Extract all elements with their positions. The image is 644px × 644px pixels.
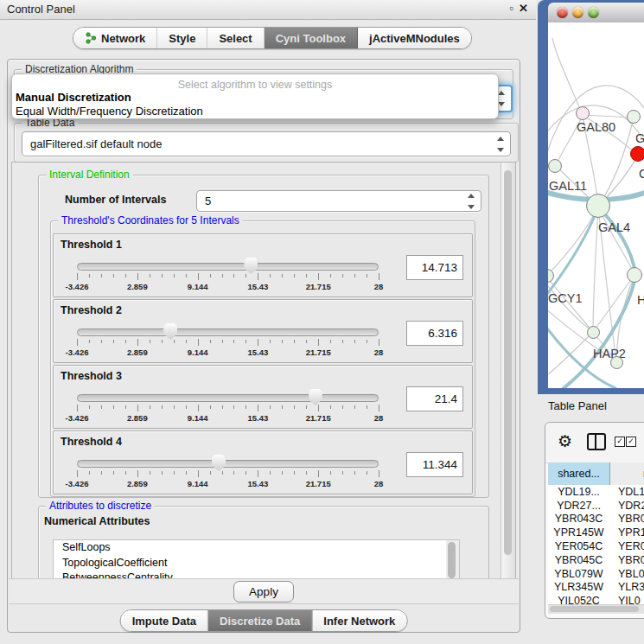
tick-mark [77, 273, 78, 280]
scrollbar-thumb[interactable] [504, 170, 512, 555]
network-node[interactable] [630, 146, 644, 162]
threshold-label: Threshold 3 [61, 370, 122, 382]
slider-track [77, 460, 379, 468]
tick-mark [282, 405, 283, 409]
list-item[interactable]: TopologicalCoefficient [54, 556, 447, 571]
network-node[interactable] [627, 110, 641, 124]
network-node[interactable] [627, 267, 642, 283]
zoom-traffic-light[interactable] [588, 7, 599, 18]
threshold-2-box: Threshold 2 -3.4262.8599.14415.4321.7152… [53, 299, 473, 363]
tick-mark [198, 470, 199, 477]
table-row[interactable]: YER054CYER0 [548, 539, 644, 553]
close-icon[interactable]: ✕ [519, 2, 528, 15]
network-node-label: GCY1 [548, 291, 583, 305]
scrollbar-thumb[interactable] [448, 542, 456, 578]
table-row[interactable]: YLR345WYLR3 [548, 581, 644, 595]
tick-mark [113, 471, 114, 475]
tab-discretize-data[interactable]: Discretize Data [208, 610, 312, 631]
tick-mark [282, 274, 283, 277]
columns-icon[interactable] [587, 433, 606, 450]
tab-jactivemnodules[interactable]: jActiveMNodules [358, 28, 471, 48]
tick-mark [245, 340, 246, 343]
table-row[interactable]: YBR043CYBR0 [548, 513, 644, 526]
network-node[interactable] [587, 326, 600, 339]
table-row[interactable]: YDL19...YDL1 [548, 485, 644, 499]
table-panel: ⚙ ✓ ✓ shared... na YDL19...YDL1 YDR27...… [545, 422, 644, 619]
thresholds-group-title: Threshold's Coordinates for 5 Intervals [58, 214, 243, 226]
threshold-value-field[interactable]: 6.316 [406, 321, 463, 346]
network-node-label: GAL80 [577, 120, 615, 134]
network-node[interactable] [576, 106, 590, 120]
close-traffic-light[interactable] [557, 7, 568, 18]
interval-definition-title: Interval Definition [46, 169, 133, 181]
table-data-combobox[interactable]: galFiltered.sif default node [22, 131, 511, 156]
tick-mark [367, 405, 367, 409]
table-row[interactable]: YIL052CYIL0 [548, 594, 644, 604]
slider-track [77, 263, 379, 271]
tab-style[interactable]: Style [157, 28, 207, 48]
numerical-attributes-list: SelfLoops TopologicalCoefficient Between… [53, 539, 448, 580]
tick-mark [270, 471, 271, 475]
checkbox-icon[interactable]: ✓ [626, 437, 636, 447]
tick-mark [125, 340, 126, 343]
threshold-value-field[interactable]: 21.4 [406, 386, 463, 411]
slider-thumb[interactable] [163, 323, 177, 340]
column-header-shared-name[interactable]: shared... [548, 462, 610, 485]
tick-mark [186, 405, 187, 409]
tick-mark [270, 274, 271, 277]
tick-mark [354, 274, 355, 277]
network-node[interactable] [586, 194, 610, 218]
threshold-value-field[interactable]: 11.344 [406, 452, 463, 477]
table-row[interactable]: YDR27...YDR2 [548, 499, 644, 513]
table-row[interactable]: YBL079WYBL0 [548, 567, 644, 581]
popup-hint: Select algorithm to view settings [12, 79, 498, 91]
threshold-value-field[interactable]: 14.713 [406, 255, 463, 280]
tick-mark [270, 340, 271, 343]
tick-mark [233, 405, 234, 409]
number-of-intervals-spinner[interactable]: 5 [196, 190, 481, 212]
popup-option-equal-width[interactable]: Equal Width/Frequency Discretization [16, 105, 203, 118]
tick-mark [210, 340, 211, 343]
table-row[interactable]: YBR045CYBR0 [548, 553, 644, 567]
column-header-name[interactable]: na [610, 462, 644, 485]
popup-option-manual[interactable]: Manual Discretization [16, 91, 131, 104]
network-canvas[interactable]: GAL80GCGAL11GAL4GCY1HHAP2 [548, 22, 644, 388]
algorithm-dropdown-popup: Select algorithm to view settings Manual… [11, 73, 499, 119]
tick-mark [137, 470, 138, 477]
network-icon [85, 32, 97, 44]
gear-icon[interactable]: ⚙ [558, 431, 572, 451]
checkbox-icon[interactable]: ✓ [615, 437, 625, 447]
tick-mark [222, 340, 223, 343]
tab-infer-network[interactable]: Infer Network [312, 610, 406, 631]
tab-impute-data[interactable]: Impute Data [121, 610, 208, 631]
intervals-value: 5 [197, 194, 465, 207]
slider-thumb[interactable] [309, 389, 322, 405]
tick-mark [318, 405, 319, 411]
network-node[interactable] [548, 159, 562, 173]
table-row[interactable]: YPR145WYPR1 [548, 526, 644, 539]
number-of-intervals-label: Number of Intervals [65, 194, 166, 206]
tick-mark [294, 340, 295, 343]
tab-cyni-toolbox[interactable]: Cyni Toolbox [265, 28, 358, 48]
tick-mark [282, 471, 283, 475]
scrollbar-thumb[interactable] [550, 606, 639, 612]
apply-row: Apply [9, 578, 519, 604]
minimize-traffic-light[interactable] [572, 7, 583, 18]
tick-mark [174, 405, 175, 409]
slider-thumb[interactable] [212, 455, 226, 471]
threshold-4-box: Threshold 4 -3.4262.8599.14415.4321.7152… [53, 430, 473, 494]
tick-mark [258, 273, 258, 280]
tick-mark [137, 405, 138, 411]
threshold-label: Threshold 1 [61, 239, 122, 251]
slider-thumb[interactable] [244, 258, 258, 274]
tick-mark [342, 471, 343, 475]
slider-tick-labels: -3.4262.8599.14415.4321.71528 [77, 282, 379, 291]
list-item[interactable]: SelfLoops [54, 540, 447, 556]
tick-mark [198, 405, 199, 411]
tab-network[interactable]: Network [73, 28, 157, 48]
float-window-icon[interactable]: ▫ [509, 2, 513, 15]
table-panel-title: Table Panel [548, 399, 607, 412]
tab-select[interactable]: Select [207, 28, 264, 48]
network-node[interactable] [610, 356, 623, 369]
apply-button[interactable]: Apply [233, 581, 294, 603]
